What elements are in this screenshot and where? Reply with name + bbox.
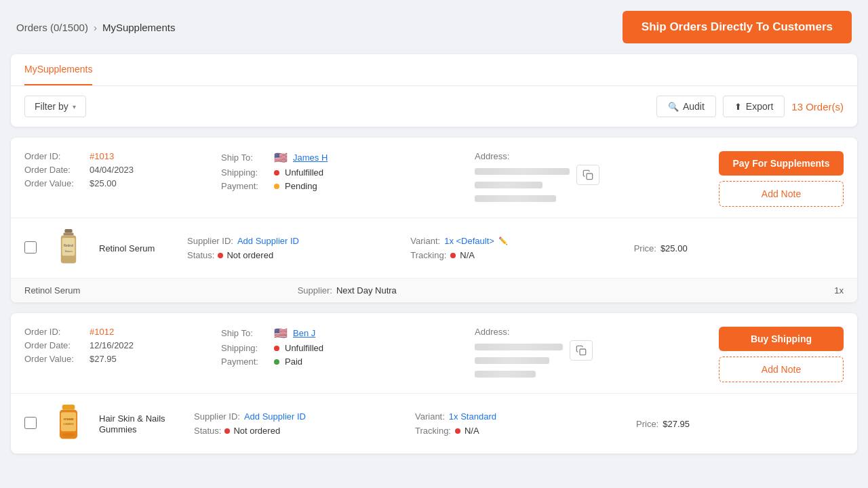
export-icon: ⬆	[734, 102, 742, 112]
address-line-1-1012	[475, 341, 563, 352]
tracking-value-1013: N/A	[460, 250, 475, 260]
tracking-dot-1013	[450, 253, 456, 258]
pay-supplements-button-1013[interactable]: Pay For Supplements	[719, 151, 844, 176]
address-line-2-1012	[475, 354, 563, 365]
order-meta-1012: Order ID: #1012 Order Date: 12/16/2022 O…	[24, 327, 214, 382]
ship-to-label: Ship To:	[221, 152, 269, 163]
buy-shipping-button-1012[interactable]: Buy Shipping	[719, 327, 844, 351]
svg-text:Retinol: Retinol	[64, 244, 74, 247]
add-note-button-1013[interactable]: Add Note	[719, 181, 844, 207]
payment-label: Payment:	[221, 181, 269, 191]
shipping-label-1012: Shipping:	[221, 343, 269, 353]
ship-to-row: Ship To: 🇺🇸 James H	[221, 151, 461, 164]
order-value-value: $25.00	[90, 178, 117, 188]
orders-breadcrumb-link[interactable]: Orders (0/1500)	[16, 22, 88, 33]
action-section-1012: Buy Shipping Add Note	[708, 327, 844, 382]
ship-to-name-1012[interactable]: Ben J	[293, 328, 315, 338]
toolbar: Filter by ▾ 🔍 Audit ⬆ Export 13 Order(s)	[11, 86, 857, 127]
order-date-row: Order Date: 04/04/2023	[24, 165, 214, 175]
ship-info-1013: Ship To: 🇺🇸 James H Shipping: Unfulfille…	[214, 151, 461, 207]
status-value-1013: Not ordered	[226, 250, 273, 260]
address-line-3-1012	[475, 368, 563, 379]
order-header-1012: Order ID: #1012 Order Date: 12/16/2022 O…	[11, 313, 857, 394]
tracking-dot-1012	[455, 428, 460, 434]
order-id-value[interactable]: #1013	[90, 151, 114, 161]
tab-mysupplements[interactable]: MySupplements	[24, 54, 92, 85]
product-name-section-1012: Hair Skin & Nails Gummies	[92, 413, 187, 434]
supplier-info-1012: Supplier ID: Add Supplier ID Status: Not…	[187, 411, 401, 436]
order-id-label: Order ID:	[24, 151, 85, 161]
price-row-1013: Price: $25.00	[634, 243, 844, 253]
ship-info-1012: Ship To: 🇺🇸 Ben J Shipping: Unfulfilled …	[214, 327, 461, 382]
product-row-1012: VITAMIN GUMMIES Hair Skin & Nails Gummie…	[11, 394, 857, 453]
order-id-row: Order ID: #1013	[24, 151, 214, 161]
order-header-1013: Order ID: #1013 Order Date: 04/04/2023 O…	[11, 138, 857, 218]
orders-count: 13 Order(s)	[791, 101, 844, 113]
supplier-bar-info-1013: Supplier: Next Day Nutra	[298, 285, 571, 296]
svg-rect-7	[580, 349, 586, 355]
copy-address-button-1013[interactable]	[576, 165, 599, 185]
variant-row-1012: Variant: 1x Standard	[415, 411, 623, 422]
shipping-dot-1012	[274, 346, 279, 351]
order-date-label-1012: Order Date:	[24, 340, 85, 350]
supplier-bar-name-1013: Retinol Serum	[24, 285, 298, 296]
svg-text:VITAMIN: VITAMIN	[63, 418, 73, 421]
product-checkbox-1013[interactable]	[24, 241, 37, 253]
payment-status-1012: Paid	[285, 357, 302, 367]
tabs-bar: MySupplements	[11, 54, 857, 86]
add-note-button-1012[interactable]: Add Note	[719, 357, 844, 382]
ship-orders-button[interactable]: Ship Orders Directly To Customers	[623, 11, 852, 43]
action-section-1013: Pay For Supplements Add Note	[708, 151, 844, 207]
variant-info-1013: Variant: 1x <Default> ✏️ Tracking: N/A	[397, 236, 620, 260]
product-name-1013: Retinol Serum	[99, 243, 155, 253]
shipping-status: Unfulfilled	[285, 167, 323, 178]
status-value-1012: Not ordered	[233, 426, 280, 436]
supplier-info-1013: Supplier ID: Add Supplier ID Status: Not…	[174, 236, 397, 260]
order-date-label: Order Date:	[24, 165, 85, 175]
product-row-1013: Retinol Serum Retinol Serum Supplier ID:…	[11, 218, 857, 278]
breadcrumb-separator: ›	[94, 22, 97, 33]
shipping-dot	[274, 170, 279, 176]
svg-point-13	[62, 433, 75, 437]
ship-to-name[interactable]: James H	[293, 152, 328, 163]
edit-variant-icon-1013[interactable]: ✏️	[498, 237, 508, 245]
flag-icon: 🇺🇸	[274, 151, 288, 164]
audit-button[interactable]: 🔍 Audit	[656, 96, 716, 117]
payment-dot-1012	[274, 359, 279, 365]
price-info-1013: Price: $25.00	[620, 243, 844, 253]
payment-label-1012: Payment:	[221, 357, 269, 367]
add-supplier-id-link-1012[interactable]: Add Supplier ID	[244, 411, 306, 422]
order-id-label-1012: Order ID:	[24, 327, 85, 337]
shipping-status-1012: Unfulfilled	[285, 343, 323, 353]
order-value-label-1012: Order Value:	[24, 354, 85, 364]
product-checkbox-1012[interactable]	[24, 417, 37, 429]
status-dot-1013	[218, 253, 223, 258]
add-supplier-id-link-1013[interactable]: Add Supplier ID	[237, 236, 299, 246]
svg-rect-10	[61, 412, 76, 431]
price-value-1013: $25.00	[660, 243, 688, 253]
top-bar: Orders (0/1500) › MySupplements Ship Ord…	[0, 0, 868, 54]
tabs-card: MySupplements Filter by ▾ 🔍 Audit ⬆ Expo…	[11, 54, 857, 127]
order-card-1012: Order ID: #1012 Order Date: 12/16/2022 O…	[11, 313, 857, 453]
breadcrumb: Orders (0/1500) › MySupplements	[16, 22, 175, 33]
order-id-row-1012: Order ID: #1012	[24, 327, 214, 337]
filter-button[interactable]: Filter by ▾	[24, 96, 86, 117]
flag-icon-1012: 🇺🇸	[274, 327, 288, 340]
svg-rect-2	[64, 233, 74, 236]
variant-value-1013: 1x <Default>	[444, 236, 494, 246]
filter-arrow-icon: ▾	[73, 103, 76, 110]
export-button[interactable]: ⬆ Export	[723, 96, 785, 117]
address-section-1012: Address:	[461, 327, 563, 379]
order-date-value-1012: 12/16/2022	[90, 340, 134, 350]
variant-row-1013: Variant: 1x <Default> ✏️	[410, 236, 620, 246]
svg-text:Serum: Serum	[65, 250, 73, 253]
variant-value-1012: 1x Standard	[449, 411, 496, 422]
order-id-value-1012[interactable]: #1012	[90, 327, 114, 337]
search-icon: 🔍	[668, 102, 679, 112]
copy-address-button-1012[interactable]	[570, 340, 593, 361]
address-area-1013: Address:	[461, 151, 708, 207]
order-value-value-1012: $27.95	[90, 354, 117, 364]
shipping-label: Shipping:	[221, 167, 269, 178]
supplier-id-row-1012: Supplier ID: Add Supplier ID	[194, 411, 401, 422]
address-line-3	[475, 192, 570, 203]
